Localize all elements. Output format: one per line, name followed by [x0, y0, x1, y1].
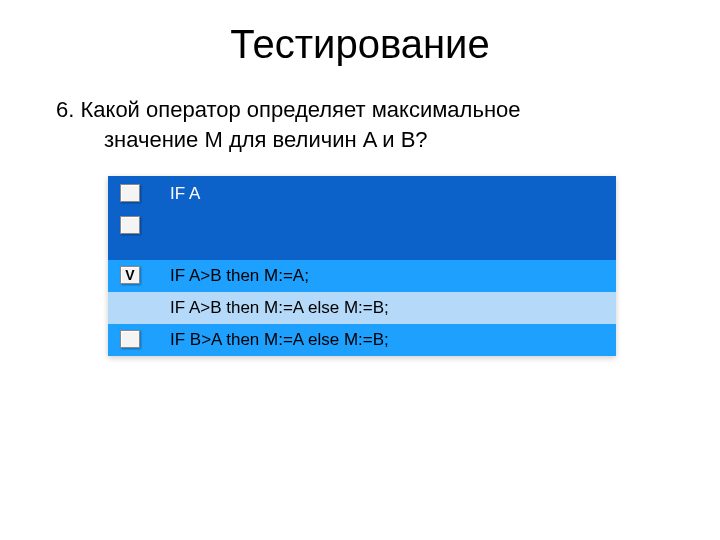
option-row: IF A>B then M:=A else M:=B; [108, 292, 616, 324]
option-label: IF A>B then M:=A else M:=B; [170, 292, 616, 324]
question-text: 6. Какой оператор определяет максимально… [48, 95, 672, 154]
question-line-1: 6. Какой оператор определяет максимально… [56, 95, 672, 125]
question-line-2: значение M для величин A и B? [56, 125, 672, 155]
option-label: IF A>B then M:=A; [170, 260, 616, 292]
option-row: IF A [108, 176, 616, 260]
option-label: IF B>A then M:=A else M:=B; [170, 324, 616, 356]
option-check-cell [108, 176, 170, 234]
option-row: V IF A>B then M:=A; [108, 260, 616, 292]
slide: Тестирование 6. Какой оператор определяе… [0, 0, 720, 540]
options-table: IF A V IF A>B then M:=A; IF A>B then M:=… [108, 176, 616, 356]
option-check-cell [108, 324, 170, 348]
checkbox[interactable] [120, 330, 140, 348]
option-check-cell [108, 292, 170, 298]
checkbox[interactable] [120, 216, 140, 234]
option-check-cell: V [108, 260, 170, 284]
page-title: Тестирование [48, 22, 672, 67]
checkbox[interactable] [120, 184, 140, 202]
checkbox[interactable]: V [120, 266, 140, 284]
option-row: IF B>A then M:=A else M:=B; [108, 324, 616, 356]
option-label: IF A [170, 176, 616, 210]
